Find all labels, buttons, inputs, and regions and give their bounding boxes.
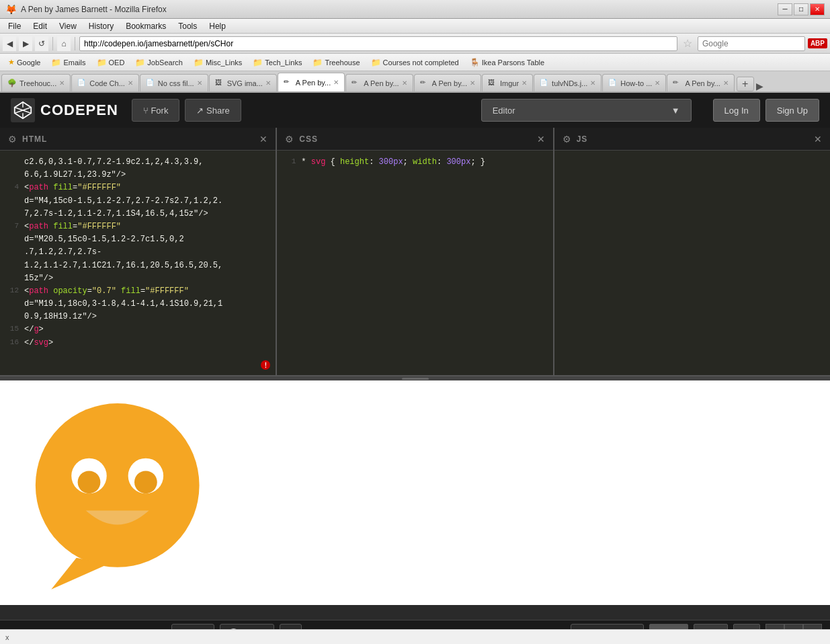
fork-button[interactable]: ⑂ Fork xyxy=(132,99,180,122)
tabs-bar: 🌳 Treehouс... ✕ 📄 Code Ch... ✕ 📄 No css … xyxy=(0,71,830,93)
tab-favicon: 📄 xyxy=(146,79,155,88)
header-right: Log In Sign Up xyxy=(713,99,819,122)
js-code-content[interactable] xyxy=(554,151,830,375)
js-settings-icon[interactable]: ⚙ xyxy=(563,134,571,145)
bookmark-google[interactable]: ★Google xyxy=(4,56,44,68)
tab-label: How-to ... xyxy=(620,79,652,87)
bookmark-jobsearch[interactable]: 📁JobSearch xyxy=(131,56,187,69)
bookmark-emails[interactable]: 📁Emails xyxy=(47,56,89,69)
tab-favicon: ✏ xyxy=(284,78,293,87)
bookmark-treehouse[interactable]: 📁Treehouse xyxy=(308,56,364,69)
tab-imgur[interactable]: 🖼 Imgur ✕ xyxy=(482,74,533,91)
tab-svg[interactable]: 🖼 SVG ima... ✕ xyxy=(209,74,277,91)
code-line: 12 <path opacity="0.7" fill="#FFFFFF" xyxy=(5,285,270,298)
tab-pen2[interactable]: ✏ A Pen by... ✕ xyxy=(345,74,413,91)
tab-favicon: 📄 xyxy=(540,79,549,88)
tab-close-icon[interactable]: ✕ xyxy=(265,79,271,87)
tab-tul[interactable]: 📄 tulvNDs.j... ✕ xyxy=(534,74,601,91)
tab-close-icon[interactable]: ✕ xyxy=(402,79,407,87)
code-line: 1.2,1.1-2.7,1.1C21.7,16.1,20.5,16.5,20.5… xyxy=(5,259,270,272)
tab-close-icon[interactable]: ✕ xyxy=(197,79,202,87)
code-line: d="M20.5,15c0-1.5,1.2-2.7c1.5,0,2 xyxy=(5,233,270,246)
tab-scroll-right[interactable]: ▶ xyxy=(754,81,765,91)
editor-dropdown[interactable]: Editor ▼ xyxy=(481,99,692,122)
tab-close-icon[interactable]: ✕ xyxy=(522,79,527,87)
css-code-content[interactable]: 1 * svg { height: 300px; width: 300px; } xyxy=(277,151,552,375)
code-line: 7 <path fill="#FFFFFF" xyxy=(5,220,270,233)
menu-item-history[interactable]: History xyxy=(83,20,119,32)
js-close-icon[interactable]: ✕ xyxy=(814,134,822,145)
folder-icon: 📁 xyxy=(194,58,204,67)
folder-icon: 📁 xyxy=(371,58,381,67)
html-code-content[interactable]: c2.6,0,3.1-0.7,7.2-1.9c2.1,2,4.3,3.9, 6.… xyxy=(0,151,276,375)
login-button[interactable]: Log In xyxy=(713,99,760,122)
editor-label: Editor xyxy=(493,106,515,116)
menu-item-file[interactable]: File xyxy=(3,20,26,32)
tab-close-icon[interactable]: ✕ xyxy=(723,79,729,87)
code-line: d="M19.1,18c0,3-1.8,4.1-4.1,4.1S10.9,21,… xyxy=(5,298,270,311)
tab-pen4[interactable]: ✏ A Pen by... ✕ xyxy=(667,74,734,91)
tab-treehouse[interactable]: 🌳 Treehouс... ✕ xyxy=(1,74,71,91)
bookmark-star-icon[interactable]: ☆ xyxy=(680,37,695,50)
menu-item-tools[interactable]: Tools xyxy=(173,20,202,32)
menu-item-view[interactable]: View xyxy=(54,20,82,32)
window-title: A Pen by James Barnett - Mozilla Firefox xyxy=(21,5,774,14)
folder-icon: 📁 xyxy=(97,58,107,67)
maximize-button[interactable]: □ xyxy=(794,3,808,15)
new-tab-button[interactable]: + xyxy=(737,77,754,91)
html-settings-icon[interactable]: ⚙ xyxy=(8,134,17,145)
css-close-icon[interactable]: ✕ xyxy=(537,134,545,145)
browser-favicon: 🦊 xyxy=(5,4,17,15)
bookmark-courses[interactable]: 📁Courses not completed xyxy=(367,56,463,69)
tab-favicon: 🖼 xyxy=(488,79,497,88)
adblock-button[interactable]: ABP xyxy=(808,38,827,48)
tab-pen-active[interactable]: ✏ A Pen by... ✕ xyxy=(278,73,345,91)
js-panel: ⚙ JS ✕ xyxy=(554,128,830,375)
tab-close-icon[interactable]: ✕ xyxy=(333,79,339,86)
tab-close-icon[interactable]: ✕ xyxy=(59,79,65,87)
address-bar[interactable] xyxy=(79,36,677,51)
share-button[interactable]: ↗ Share xyxy=(185,99,241,122)
tab-close-icon[interactable]: ✕ xyxy=(470,79,475,87)
tab-favicon: 🖼 xyxy=(215,79,224,88)
tab-nocss[interactable]: 📄 No css fil... ✕ xyxy=(140,74,208,91)
back-button[interactable]: ◀ xyxy=(3,36,16,51)
html-close-icon[interactable]: ✕ xyxy=(259,134,267,145)
window-controls: ─ □ ✕ xyxy=(778,3,825,15)
folder-icon: 📁 xyxy=(313,58,323,67)
tab-close-icon[interactable]: ✕ xyxy=(128,79,133,87)
minimize-button[interactable]: ─ xyxy=(778,3,792,15)
menu-item-help[interactable]: Help xyxy=(204,20,231,32)
tab-favicon: 📄 xyxy=(608,79,618,88)
css-panel-title: CSS xyxy=(299,134,531,144)
tab-close-icon[interactable]: ✕ xyxy=(590,79,595,87)
resize-grip-icon xyxy=(402,378,429,380)
html-panel-title: HTML xyxy=(22,134,254,144)
menu-item-edit[interactable]: Edit xyxy=(28,20,52,32)
close-button[interactable]: ✕ xyxy=(810,3,825,15)
code-line: 15 </g> xyxy=(5,323,270,336)
tab-codech[interactable]: 📄 Code Ch... ✕ xyxy=(71,74,139,91)
reload-button[interactable]: ↺ xyxy=(35,36,48,51)
tab-howto[interactable]: 📄 How-to ... ✕ xyxy=(602,74,666,91)
forward-button[interactable]: ▶ xyxy=(19,36,32,51)
bookmark-misc[interactable]: 📁Misc_Links xyxy=(190,56,246,69)
google-search-input[interactable] xyxy=(698,36,805,51)
css-panel: ⚙ CSS ✕ 1 * svg { height: 300px; width: … xyxy=(277,128,554,375)
svg-point-13 xyxy=(134,471,157,493)
signup-button[interactable]: Sign Up xyxy=(765,99,819,122)
bookmark-tech[interactable]: 📁Tech_Links xyxy=(249,56,306,69)
home-button[interactable]: ⌂ xyxy=(57,36,71,51)
tab-label: Imgur xyxy=(500,79,519,87)
css-settings-icon[interactable]: ⚙ xyxy=(285,134,294,145)
tab-label: Code Ch... xyxy=(89,79,125,87)
html-panel: ⚙ HTML ✕ c2.6,0,3.1-0.7,7.2-1.9c2.1,2,4.… xyxy=(0,128,277,375)
tab-pen3[interactable]: ✏ A Pen by... ✕ xyxy=(414,74,481,91)
menu-item-bookmarks[interactable]: Bookmarks xyxy=(120,20,171,32)
bookmark-ikea[interactable]: 🪑Ikea Parsons Table xyxy=(466,56,548,69)
error-indicator: ! xyxy=(261,360,270,370)
codepen-logo-text: CODEPEN xyxy=(40,102,118,119)
bookmark-oed[interactable]: 📁OED xyxy=(93,56,129,69)
preview-area xyxy=(0,380,830,605)
tab-close-icon[interactable]: ✕ xyxy=(655,79,660,87)
